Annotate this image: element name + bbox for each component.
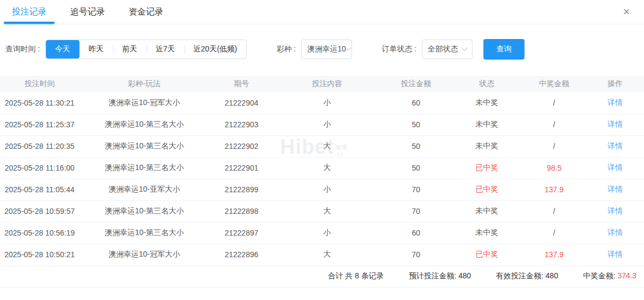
col-bet-time: 投注时间 [0,76,79,92]
cell-game-play: 澳洲幸运10-第三名大小 [79,135,209,157]
detail-link[interactable]: 详情 [586,179,644,200]
cell-bet-content: 大 [274,135,381,157]
time-option-20days[interactable]: 近20天(低频) [184,40,247,58]
cell-bet-content: 大 [274,200,381,222]
col-bet-amount: 投注金额 [381,76,452,92]
cell-bet-time: 2025-05-28 11:05:44 [0,179,79,200]
cell-issue: 21222896 [209,244,274,265]
cell-game-play: 澳洲幸运10-第三名大小 [79,114,209,135]
order-status-select[interactable]: 全部状态 [422,40,473,59]
summary-expected-value: 480 [459,271,471,280]
cell-status: 未中奖 [452,222,522,244]
cell-prize: / [522,92,586,114]
cell-status: 未中奖 [452,114,522,135]
tab-fund-records[interactable]: 资金记录 [129,0,163,24]
detail-link[interactable]: 详情 [586,222,644,244]
cell-issue: 21222904 [209,92,274,114]
cell-bet-amount: 60 [381,222,452,244]
cell-prize: / [522,135,586,157]
cell-bet-time: 2025-05-28 11:20:35 [0,135,79,157]
tab-bar: 投注记录 追号记录 资金记录 × [0,0,644,24]
detail-link[interactable]: 详情 [586,157,644,179]
cell-bet-time: 2025-05-28 11:30:21 [0,92,79,114]
summary-valid: 有效投注金额: 480 [496,271,558,281]
time-option-day-before[interactable]: 前天 [113,40,147,58]
cell-issue: 21222901 [209,157,274,179]
cell-bet-content: 小 [274,179,381,200]
cell-game-play: 澳洲幸运10-冠军大小 [79,244,209,265]
summary-valid-label: 有效投注金额: [496,271,543,280]
table-row: 2025-05-28 11:16:00 澳洲幸运10-第三名大小 2122290… [0,157,644,179]
summary-prize-value: 374.3 [618,271,636,280]
cell-game-play: 澳洲幸运10-第三名大小 [79,222,209,244]
col-game-play: 彩种-玩法 [79,76,209,92]
col-issue: 期号 [209,76,274,92]
close-icon[interactable]: × [621,6,632,18]
time-option-today[interactable]: 今天 [46,40,79,58]
table-row: 2025-05-28 11:20:35 澳洲幸运10-第三名大小 2122290… [0,135,644,157]
detail-link[interactable]: 详情 [586,92,644,114]
order-status-value: 全部状态 [428,44,458,54]
detail-link[interactable]: 详情 [586,135,644,157]
col-status: 状态 [452,76,522,92]
cell-prize: / [522,200,586,222]
cell-bet-amount: 60 [381,92,452,114]
lottery-select[interactable]: 澳洲幸运10 [301,40,352,59]
cell-status: 未中奖 [452,92,522,114]
cell-bet-content: 小 [274,114,381,135]
cell-issue: 21222899 [209,179,274,200]
detail-link[interactable]: 详情 [586,200,644,222]
cell-prize: 137.9 [522,244,586,265]
cell-issue: 21222903 [209,114,274,135]
chevron-down-icon [461,45,467,51]
table-row: 2025-05-28 11:05:44 澳洲幸运10-亚军大小 21222899… [0,179,644,200]
cell-bet-amount: 50 [381,135,452,157]
tab-chase-records[interactable]: 追号记录 [70,0,105,24]
table-row: 2025-05-28 10:56:19 澳洲幸运10-第三名大小 2122289… [0,222,644,244]
search-button[interactable]: 查询 [483,39,525,60]
col-action: 操作 [586,76,644,92]
cell-bet-content: 小 [274,92,381,114]
time-option-yesterday[interactable]: 昨天 [79,40,113,58]
detail-link[interactable]: 详情 [586,244,644,265]
col-prize-amount: 中奖金额 [522,76,586,92]
tab-bet-records[interactable]: 投注记录 [12,0,47,24]
summary-bar: 合计 共 8 条记录 预计投注金额: 480 有效投注金额: 480 中奖金额:… [0,266,644,288]
tab-label: 追号记录 [70,6,105,18]
cell-prize: 98.5 [522,157,586,179]
order-status-label: 订单状态 : [382,44,416,54]
tab-label: 资金记录 [129,6,163,18]
cell-bet-content: 大 [274,157,381,179]
col-bet-content: 投注内容 [274,76,381,92]
table-row: 2025-05-28 11:25:37 澳洲幸运10-第三名大小 2122290… [0,114,644,135]
cell-prize: / [522,222,586,244]
cell-status: 未中奖 [452,135,522,157]
cell-issue: 21222897 [209,222,274,244]
table-header-row: 投注时间 彩种-玩法 期号 投注内容 投注金额 状态 中奖金额 操作 [0,76,644,92]
lottery-label: 彩种 : [276,44,296,54]
cell-status: 未中奖 [452,200,522,222]
cell-game-play: 澳洲幸运10-亚军大小 [79,179,209,200]
table-body: 2025-05-28 11:30:21 澳洲幸运10-冠军大小 21222904… [0,92,644,265]
records-table: 投注时间 彩种-玩法 期号 投注内容 投注金额 状态 中奖金额 操作 2025-… [0,76,644,266]
cell-issue: 21222898 [209,200,274,222]
filter-bar: 查询时间 : 今天 昨天 前天 近7天 近20天(低频) 彩种 : 澳洲幸运10… [5,39,644,60]
detail-link[interactable]: 详情 [586,114,644,135]
cell-status: 已中奖 [452,244,522,265]
tab-label: 投注记录 [12,6,47,18]
query-time-label: 查询时间 : [5,44,40,54]
cell-bet-time: 2025-05-28 10:50:21 [0,244,79,265]
time-option-7days[interactable]: 近7天 [147,40,184,58]
table-row: 2025-05-28 10:59:57 澳洲幸运10-第三名大小 2122289… [0,200,644,222]
lottery-select-value: 澳洲幸运10 [307,44,346,54]
cell-bet-amount: 70 [381,200,452,222]
cell-game-play: 澳洲幸运10-第三名大小 [79,200,209,222]
cell-bet-amount: 50 [381,114,452,135]
summary-expected: 预计投注金额: 480 [409,271,471,281]
cell-bet-amount: 70 [381,179,452,200]
cell-game-play: 澳洲幸运10-冠军大小 [79,92,209,114]
summary-valid-value: 480 [546,271,558,280]
cell-bet-time: 2025-05-28 10:59:57 [0,200,79,222]
summary-prize: 中奖金额: 374.3 [583,271,636,281]
cell-game-play: 澳洲幸运10-第三名大小 [79,157,209,179]
